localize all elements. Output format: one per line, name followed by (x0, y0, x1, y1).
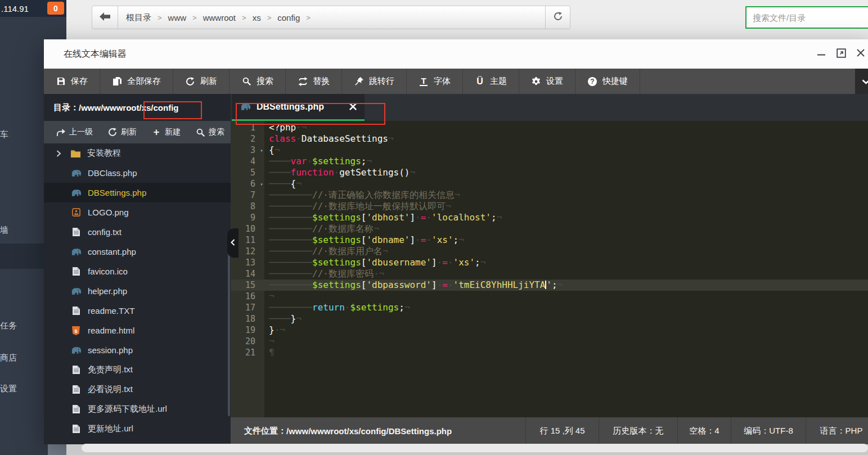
tree-item[interactable]: 必看说明.txt (44, 380, 231, 399)
breadcrumb-item[interactable]: xs (253, 13, 261, 22)
refresh-icon (108, 128, 117, 137)
tree-item[interactable]: 更新地址.url (44, 419, 231, 439)
code-segment: ──── (269, 167, 291, 178)
sidebar-item[interactable]: 设置 (0, 384, 17, 394)
panel-collapse-handle[interactable] (227, 228, 239, 258)
tree-item[interactable]: constant.php (44, 242, 231, 262)
breadcrumb-item[interactable]: www (168, 13, 187, 22)
toolbar-button-saveall[interactable]: 全部保存 (100, 69, 173, 94)
search-input[interactable] (745, 6, 868, 29)
code-line[interactable]: 14────────//·数据库密码·¬ (231, 268, 868, 280)
code-line[interactable]: 12────────//·数据库用户名¬ (231, 246, 868, 257)
tree-item[interactable]: DBSettings.php (44, 183, 231, 202)
toolbar-button-font[interactable]: T字体 (407, 69, 463, 94)
code-line[interactable]: 15────────$settings['dbpassword']·=·'tmE… (231, 280, 868, 291)
tab-bar: DBSettings.php (231, 94, 868, 121)
code-line[interactable]: 17────────return·$settings;¬ (231, 302, 868, 313)
code-line[interactable]: 9────────$settings['dbhost']·=·'localhos… (231, 212, 868, 223)
toolbar-button-replace[interactable]: 替换 (286, 69, 342, 94)
code-line[interactable]: 20¬ (231, 336, 868, 347)
tree-item[interactable]: favicon.ico (44, 262, 231, 281)
tree-item[interactable]: 5readme.html (44, 321, 231, 340)
panel-button-new[interactable]: +新建 (152, 127, 181, 137)
tree-item[interactable]: config.txt (44, 222, 231, 242)
fold-arrow-icon[interactable]: ▾ (260, 179, 263, 190)
save-icon (56, 77, 66, 85)
back-button[interactable] (92, 6, 118, 29)
code-line[interactable]: 18────}¬ (231, 313, 868, 325)
code-segment: ] (410, 235, 415, 245)
line-number: 9 (231, 212, 264, 223)
toolbar-button-settings[interactable]: 设置 (519, 69, 575, 94)
search-icon (196, 128, 205, 137)
panel-button-up[interactable]: 上一级 (56, 127, 93, 137)
code-line[interactable]: 4────var·$settings;¬ (231, 156, 868, 167)
tree-scrollbar[interactable] (228, 236, 230, 416)
close-button[interactable] (855, 48, 866, 60)
breadcrumb-item[interactable]: 根目录 (126, 12, 151, 23)
toolbar-button-hotkeys[interactable]: ?快捷键 (575, 69, 640, 94)
code-line[interactable]: 10────────//·数据库名称¬ (231, 223, 868, 235)
code-line[interactable]: 16¬ (231, 291, 868, 302)
code-line[interactable]: 1<?php·¬ (231, 122, 868, 133)
status-cursor-position: 行 15 ,列 45 (525, 417, 599, 444)
html-icon: 5 (70, 326, 82, 335)
toolbar-button-label: 全部保存 (127, 76, 161, 87)
status-encoding[interactable]: 编码：UTF-8 (731, 417, 806, 444)
code-segment: class (269, 133, 296, 144)
code-line[interactable]: 13────────$settings['dbusername']·=·'xs'… (231, 257, 868, 268)
fold-arrow-icon[interactable]: ▾ (260, 145, 263, 156)
code-line[interactable]: 6▾────{¬ (231, 178, 868, 190)
tab-dbsettings[interactable]: DBSettings.php (232, 94, 365, 121)
breadcrumb-item[interactable]: config (277, 13, 300, 22)
toolbar-button-refresh[interactable]: 刷新 (173, 69, 230, 94)
chevron-right-icon[interactable] (56, 150, 64, 157)
minimize-button[interactable] (816, 48, 827, 60)
code-segment: function (291, 167, 334, 178)
maximize-icon (836, 48, 846, 60)
panel-button-refresh[interactable]: 刷新 (108, 127, 137, 137)
toolbar-button-search[interactable]: 搜索 (230, 69, 286, 94)
status-spaces[interactable]: 空格：4 (677, 417, 731, 444)
code-line[interactable]: 8────────//·数据库地址一般保持默认即可¬ (231, 201, 868, 212)
sidebar-item[interactable]: 墙 (0, 225, 8, 236)
code-line[interactable]: 7────────//·请正确输入你数据库的相关信息¬ (231, 190, 868, 201)
code-segment: ; (475, 257, 480, 268)
toolbar-button-goto[interactable]: 跳转行 (342, 69, 407, 94)
sidebar-item[interactable]: 任务 (0, 321, 17, 331)
tree-item[interactable]: readme.TXT (44, 301, 231, 321)
status-language[interactable]: 语言：PHP (806, 417, 868, 444)
sidebar-item[interactable]: 商店 (0, 353, 17, 363)
code-line[interactable]: 3▾{¬ (231, 145, 868, 156)
code-line[interactable]: 5────function·getSettings()¬ (231, 167, 868, 178)
tree-item[interactable]: 更多源码下载地址.url (44, 399, 231, 419)
code-line[interactable]: 19}·¬ (231, 325, 868, 336)
code-segment: ¬ (388, 133, 394, 144)
tree-item[interactable]: DBClass.php (44, 163, 231, 183)
panel-button-search[interactable]: 搜索 (196, 127, 224, 137)
toolbar-button-save[interactable]: 保存 (44, 69, 100, 94)
tab-close-icon[interactable] (349, 103, 357, 110)
code-editor[interactable]: 1<?php·¬2class·DatabaseSettings¬3▾{¬4───… (231, 121, 868, 417)
code-segment: ¬ (410, 167, 415, 178)
tree-item[interactable]: session.php (44, 340, 231, 360)
tab-list-dropdown-button[interactable] (855, 69, 868, 94)
code-line[interactable]: 2class·DatabaseSettings¬ (231, 133, 868, 145)
tree-item[interactable]: 安装教程 (44, 143, 231, 163)
code-text: <?php·¬ (264, 122, 868, 133)
sidebar-item[interactable]: 车 (0, 129, 8, 140)
maximize-button[interactable] (835, 48, 847, 60)
tree-item[interactable]: helper.php (44, 281, 231, 301)
bottom-scrollbar[interactable] (82, 444, 868, 452)
breadcrumb-separator-icon: > (267, 13, 272, 22)
line-number: 15 (231, 280, 264, 291)
toolbar-button-theme[interactable]: Ü主题 (463, 69, 519, 94)
message-count-badge[interactable]: 0 (47, 2, 64, 15)
tree-item[interactable]: 免责声明.txt (44, 360, 231, 380)
status-history[interactable]: 历史版本：无 (599, 417, 677, 444)
code-line[interactable]: 11────────$settings['dbname']·=·'xs';¬ (231, 235, 868, 246)
refresh-directory-button[interactable] (545, 6, 570, 29)
tree-item[interactable]: LOGO.png (44, 202, 231, 222)
breadcrumb-item[interactable]: wwwroot (203, 13, 236, 22)
code-line[interactable]: 21¶ (231, 347, 868, 358)
